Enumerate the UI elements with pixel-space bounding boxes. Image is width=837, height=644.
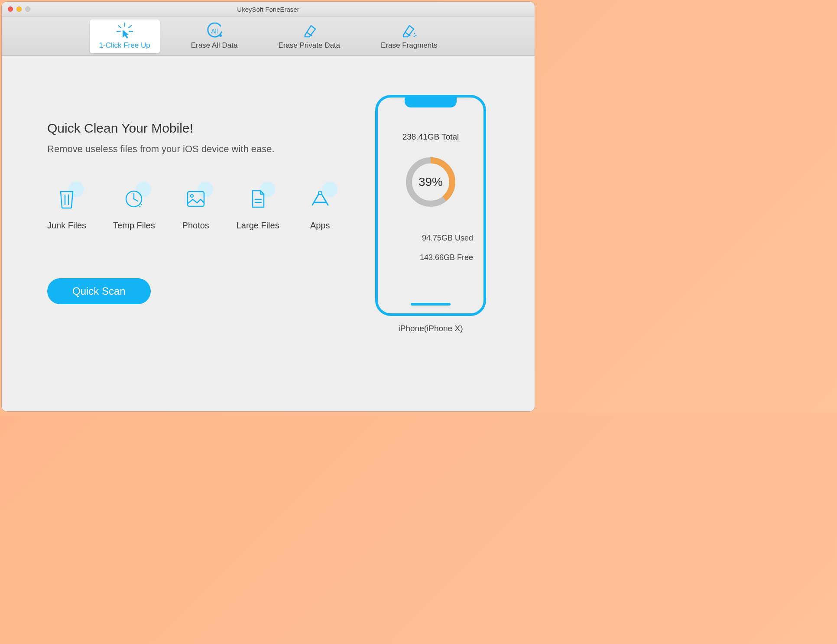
svg-point-10 [415,35,417,36]
svg-point-20 [191,195,193,197]
storage-used: 94.75GB Used [378,234,483,243]
phone-notch [405,97,457,107]
svg-point-18 [140,206,141,208]
svg-point-9 [414,33,415,34]
svg-line-4 [129,31,133,32]
device-panel: 238.41GB Total 39% 94.75GB Used 143.66GB… [357,78,504,394]
phone-home-indicator [411,303,451,306]
category-list: Junk Files Temp Files [47,185,357,231]
quick-scan-button[interactable]: Quick Scan [47,278,151,304]
tab-erase-fragments[interactable]: Erase Fragments [371,20,447,53]
clock-icon [124,189,144,209]
eraser-icon [301,23,318,39]
main-toolbar: 1-Click Free Up All Erase All Data Erase… [2,17,535,56]
category-large-files[interactable]: Large Files [237,185,279,231]
tab-label: 1-Click Free Up [99,41,150,50]
minimize-window-button[interactable] [16,7,22,12]
file-icon [249,189,266,209]
cursor-click-icon [116,23,134,39]
svg-line-3 [117,31,120,32]
window-controls [2,7,30,12]
category-label: Large Files [237,221,279,231]
tab-label: Erase Private Data [278,41,340,50]
svg-line-1 [118,26,121,28]
svg-point-17 [141,204,142,205]
image-icon [186,190,206,208]
category-photos[interactable]: Photos [182,185,210,231]
maximize-window-button [25,7,30,12]
close-window-button[interactable] [8,7,13,12]
tab-erase-private[interactable]: Erase Private Data [269,20,350,53]
main-panel: Quick Clean Your Mobile! Remove useless … [36,78,357,394]
svg-point-6 [219,34,222,37]
category-label: Junk Files [47,221,86,231]
device-name: iPhone(iPhone X) [399,324,463,333]
category-junk-files[interactable]: Junk Files [47,185,86,231]
titlebar: UkeySoft FoneEraser [2,2,535,17]
apps-icon [310,189,331,208]
phone-outline: 238.41GB Total 39% 94.75GB Used 143.66GB… [375,95,486,316]
tab-label: Erase Fragments [381,41,437,50]
svg-line-16 [134,199,138,201]
tab-erase-all[interactable]: All Erase All Data [182,20,247,53]
category-label: Apps [310,221,330,231]
window-title: UkeySoft FoneEraser [237,6,299,13]
tab-label: Erase All Data [191,41,238,50]
svg-rect-19 [188,192,204,206]
storage-free: 143.66GB Free [378,253,483,262]
svg-line-2 [129,26,131,28]
storage-total: 238.41GB Total [402,132,459,142]
category-label: Photos [182,221,209,231]
category-apps[interactable]: Apps [306,185,334,231]
erase-all-icon: All [205,23,224,39]
eraser-fragments-icon [400,23,418,39]
trash-icon [58,189,75,209]
svg-text:All: All [211,28,218,35]
storage-percent: 39% [402,154,459,210]
storage-donut-chart: 39% [402,154,459,210]
tab-free-up[interactable]: 1-Click Free Up [90,20,160,53]
category-temp-files[interactable]: Temp Files [113,185,155,231]
svg-point-23 [318,191,322,195]
category-label: Temp Files [113,221,155,231]
page-heading: Quick Clean Your Mobile! [47,121,357,136]
content-area: Quick Clean Your Mobile! Remove useless … [2,56,535,411]
svg-point-11 [414,36,415,37]
app-window: UkeySoft FoneEraser 1-Click Free Up [2,2,535,411]
page-subheading: Remove useless files from your iOS devic… [47,143,357,155]
